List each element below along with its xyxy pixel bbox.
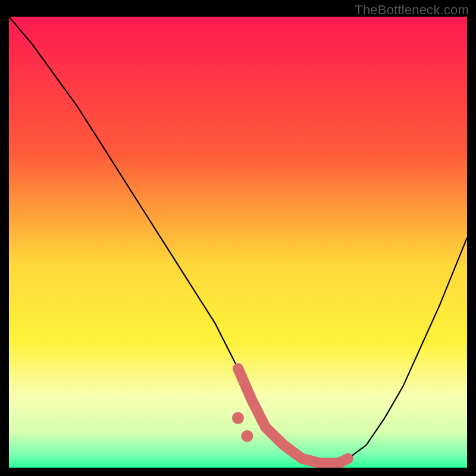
watermark-text: TheBottleneck.com <box>355 2 469 18</box>
highlight-dot <box>232 412 244 424</box>
gradient-background <box>9 17 467 468</box>
chart-frame <box>9 17 467 468</box>
highlight-dot <box>241 430 253 442</box>
bottleneck-curve-chart <box>9 17 467 468</box>
